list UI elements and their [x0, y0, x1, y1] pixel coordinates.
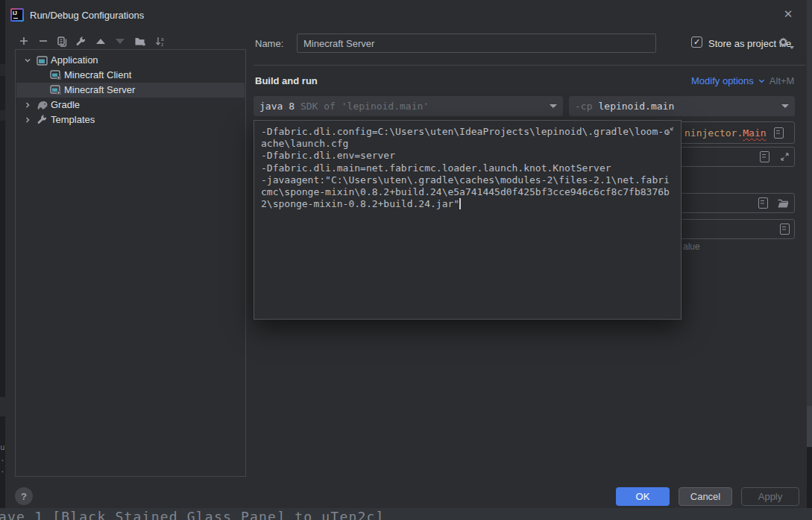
- jre-hint: SDK of 'lepinoid.main': [300, 101, 429, 112]
- background-text-fragment: u..: [0, 442, 5, 475]
- background-console-strip: ave 1 [Black Stained Glass Pane] to uTen…: [0, 508, 812, 520]
- main-class-package-fragment: ninjector.: [684, 127, 743, 139]
- vm-options-expanded-editor[interactable]: -Dfabric.dli.config=C:\Users\uten\IdeaPr…: [254, 120, 682, 320]
- vm-options-text[interactable]: -Dfabric.dli.config=C:\Users\uten\IdeaPr…: [254, 121, 681, 215]
- tree-item-templates[interactable]: Templates: [16, 112, 245, 127]
- console-log-line: ave 1 [Black Stained Glass Pane] to uTen…: [0, 509, 385, 520]
- tree-item-application[interactable]: Application: [16, 53, 245, 68]
- jre-value: java 8: [259, 101, 295, 112]
- close-icon[interactable]: ✕: [781, 7, 796, 22]
- background-fragment: [807, 406, 812, 447]
- tree-item-label[interactable]: Minecraft Client: [64, 69, 131, 80]
- help-icon: ?: [21, 491, 27, 502]
- modify-options-group: Modify options Alt+M: [691, 75, 794, 86]
- tree-item-label[interactable]: Gradle: [51, 99, 80, 110]
- macro-icon[interactable]: [760, 151, 769, 162]
- chevron-down-icon: [781, 104, 789, 108]
- settings-gear-icon[interactable]: [778, 37, 791, 48]
- macro-icon[interactable]: [758, 197, 768, 209]
- collapse-editor-icon[interactable]: [665, 126, 675, 136]
- expand-field-icon[interactable]: [780, 152, 790, 162]
- run-configuration-icon: [50, 85, 62, 98]
- section-title: Build and run: [255, 75, 318, 86]
- background-fragment: [0, 64, 5, 76]
- name-label: Name:: [255, 38, 283, 49]
- new-folder-icon[interactable]: [133, 35, 148, 47]
- sort-alphabetically-icon[interactable]: az: [153, 35, 167, 47]
- svg-text:z: z: [161, 41, 163, 46]
- chevron-right-icon[interactable]: [22, 115, 33, 128]
- intellij-logo-icon: IJ: [10, 8, 24, 22]
- tree-item-label[interactable]: Minecraft Server: [64, 84, 135, 95]
- jre-select[interactable]: java 8 SDK of 'lepinoid.main': [254, 96, 563, 116]
- ok-button[interactable]: OK: [616, 487, 670, 506]
- run-debug-configurations-dialog: IJ Run/Debug Configurations ✕ az: [5, 0, 807, 508]
- chevron-down-icon: [790, 46, 794, 49]
- dialog-title: Run/Debug Configurations: [30, 10, 144, 21]
- separator: [254, 65, 805, 66]
- help-button[interactable]: ?: [15, 487, 33, 505]
- cancel-button-label: Cancel: [690, 491, 720, 502]
- cp-prefix: -cp: [575, 101, 592, 112]
- wrench-icon: [37, 114, 48, 128]
- add-icon[interactable]: [17, 35, 30, 47]
- svg-text:a: a: [161, 36, 164, 41]
- browse-icon[interactable]: [780, 223, 790, 235]
- tree-item-minecraft-client[interactable]: Minecraft Client: [16, 68, 245, 83]
- tree-item-minecraft-server-selected[interactable]: Minecraft Server: [16, 83, 245, 98]
- text-caret: [459, 198, 461, 209]
- name-input-value: Minecraft Server: [303, 38, 374, 49]
- background-fragment: [0, 397, 5, 416]
- move-down-icon[interactable]: [113, 35, 126, 47]
- copy-icon[interactable]: [56, 35, 69, 47]
- background-right-sliver: [807, 0, 812, 508]
- modify-options-link[interactable]: Modify options: [691, 75, 754, 86]
- apply-button-label: Apply: [758, 491, 783, 502]
- gradle-elephant-icon: [37, 100, 48, 113]
- chevron-right-icon[interactable]: [22, 100, 33, 113]
- remove-icon[interactable]: [37, 35, 49, 47]
- name-input[interactable]: Minecraft Server: [297, 34, 656, 53]
- chevron-down-icon: [550, 104, 557, 108]
- modify-options-shortcut: Alt+M: [769, 75, 795, 86]
- run-configuration-icon: [50, 70, 62, 83]
- env-variables-hint-fragment: alue: [683, 241, 700, 252]
- move-up-icon[interactable]: [94, 35, 107, 47]
- background-fragment: [807, 447, 812, 508]
- open-folder-icon[interactable]: [777, 198, 790, 209]
- main-class-value: ninjector.Main: [684, 127, 767, 139]
- ok-button-label: OK: [636, 491, 650, 502]
- edit-templates-wrench-icon[interactable]: [75, 35, 87, 47]
- application-icon: [37, 55, 48, 69]
- check-icon: ✓: [693, 38, 700, 46]
- screen: u.. ave 1 [Black Stained Glass Pane] to …: [0, 0, 812, 520]
- classpath-select[interactable]: -cp lepinoid.main: [569, 96, 795, 116]
- background-left-sliver: u..: [0, 0, 5, 520]
- tree-item-gradle[interactable]: Gradle: [16, 98, 245, 112]
- cp-value: lepinoid.main: [598, 101, 674, 112]
- macro-icon[interactable]: [774, 127, 784, 139]
- chevron-down-icon: [758, 77, 766, 85]
- apply-button[interactable]: Apply: [741, 487, 799, 506]
- configurations-tree-panel: Application Minecraft Client Minecraft S…: [15, 49, 246, 477]
- tree-item-label[interactable]: Application: [51, 54, 98, 66]
- tree-item-label[interactable]: Templates: [51, 114, 95, 125]
- store-as-project-file-checkbox[interactable]: ✓: [691, 37, 702, 48]
- chevron-down-icon[interactable]: [22, 55, 33, 69]
- main-class-name: Main: [743, 127, 766, 139]
- background-fragment: [0, 110, 5, 121]
- cancel-button[interactable]: Cancel: [679, 487, 732, 506]
